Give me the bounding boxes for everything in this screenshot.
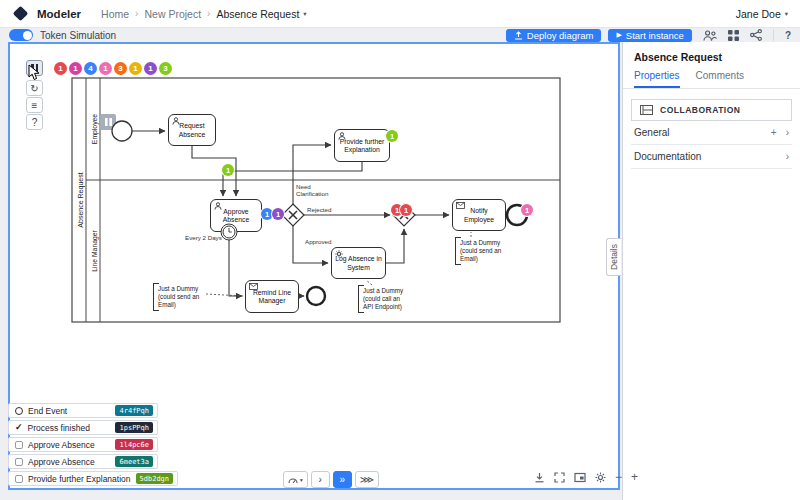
token-count-badge[interactable]: 1 <box>69 62 82 75</box>
properties-row-documentation[interactable]: Documentation › <box>631 145 792 169</box>
help-icon: ? <box>32 117 38 128</box>
sim-log-entry[interactable]: Approve Absence 1l4pc6e <box>8 437 158 452</box>
collaboration-section-header[interactable]: COLLABORATION <box>631 99 792 121</box>
sim-log-label: Provide further Explanation <box>28 474 131 484</box>
speed-fast-button[interactable]: ⋙ <box>355 471 379 488</box>
minimap-icon[interactable] <box>574 472 586 483</box>
send-task-mail-icon <box>456 202 465 209</box>
mouse-cursor <box>28 64 42 81</box>
sim-log-id-chip: 4r4fPqh <box>115 405 153 416</box>
add-icon[interactable]: + <box>771 127 777 138</box>
breadcrumb-separator: › <box>135 8 138 19</box>
annotation-log-note[interactable]: Just a Dummy (could call an API Endpoint… <box>358 285 411 313</box>
task-provide-further-explanation[interactable]: Provide further Explanation <box>334 129 390 162</box>
token-badge: 1 <box>400 204 412 216</box>
chevron-right-icon[interactable]: › <box>786 127 789 138</box>
annotation-remind-note[interactable]: Just a Dummy (could send an Email) <box>153 283 206 311</box>
token-count-badge[interactable]: 3 <box>114 62 127 75</box>
service-task-gear-icon <box>335 250 343 258</box>
token-simulation-toggle[interactable] <box>9 29 33 41</box>
properties-row-general[interactable]: General + › <box>631 121 792 145</box>
speed-menu-button[interactable]: ▾ <box>283 471 308 488</box>
details-tab-label: Details <box>609 244 619 270</box>
token-count-badge[interactable]: 1 <box>99 62 112 75</box>
sim-log-label: Process finished <box>28 423 90 433</box>
play-icon: ▶ <box>616 31 621 39</box>
end-event-icon <box>15 407 23 415</box>
sim-log-entry[interactable]: Provide further Explanation 5db2dgn <box>8 471 178 486</box>
task-remind-line-manager[interactable]: Remind Line Manager <box>245 280 299 313</box>
task-approve-absence[interactable]: Approve Absence <box>210 199 262 232</box>
speed-normal-button[interactable]: » <box>333 471 352 488</box>
tab-properties[interactable]: Properties <box>634 68 680 88</box>
task-label: Approve Absence <box>213 208 259 225</box>
task-log-absence-in-system[interactable]: Log Absence in System <box>331 247 386 279</box>
reset-simulation-button[interactable]: ↻ <box>26 80 43 96</box>
user-task-icon <box>172 117 180 125</box>
token-badge: 1 <box>386 130 398 142</box>
task-request-absence[interactable]: Request Absence <box>168 114 216 146</box>
simulation-help-button[interactable]: ? <box>26 114 43 130</box>
tab-comments[interactable]: Comments <box>696 68 744 88</box>
app-window: Modeler Home › New Project › Absence Req… <box>0 0 800 500</box>
settings-gear-icon[interactable] <box>595 472 606 483</box>
user-task-icon <box>214 202 222 210</box>
collaborators-icon[interactable] <box>703 30 717 41</box>
breadcrumb-project[interactable]: New Project <box>144 8 201 20</box>
token-simulation-label: Token Simulation <box>40 30 116 41</box>
user-menu[interactable]: Jane Doe ▾ <box>736 8 788 20</box>
zoom-out-button[interactable]: − <box>615 471 622 483</box>
documentation-label: Documentation <box>634 151 701 162</box>
share-icon[interactable] <box>750 29 762 41</box>
breadcrumb-home[interactable]: Home <box>101 8 129 20</box>
sim-log-entry[interactable]: ✓ Process finished 1psPPqh <box>8 420 158 435</box>
checkbox-icon[interactable] <box>15 475 23 483</box>
token-badge: 1 <box>222 164 234 176</box>
start-instance-button[interactable]: ▶ Start instance <box>608 29 691 42</box>
task-label: Provide further Explanation <box>337 138 387 155</box>
properties-panel: Absence Request Properties Comments COLL… <box>622 42 800 500</box>
token-count-badge[interactable]: 1 <box>54 62 67 75</box>
task-label: Notify Employee <box>455 207 503 224</box>
help-icon[interactable]: ? <box>785 30 791 41</box>
send-task-mail-icon <box>249 283 258 290</box>
sim-log-id-chip: 5db2dgn <box>136 473 174 484</box>
token-count-badge[interactable]: 1 <box>129 62 142 75</box>
token-count-badge[interactable]: 3 <box>159 62 172 75</box>
token-count-badge[interactable]: 4 <box>84 62 97 75</box>
app-name: Modeler <box>37 8 81 20</box>
zoom-in-button[interactable]: + <box>631 471 638 483</box>
reset-icon: ↻ <box>30 83 38 94</box>
panel-tabs: Properties Comments <box>623 68 800 89</box>
general-label: General <box>634 127 670 138</box>
details-tab[interactable]: Details <box>606 238 621 276</box>
sim-log-label: Approve Absence <box>28 457 95 467</box>
download-icon[interactable] <box>534 472 545 483</box>
sim-log-entry[interactable]: Approve Absence 6meet3a <box>8 454 158 469</box>
start-label: Start instance <box>626 30 684 41</box>
chevron-down-icon[interactable]: ▾ <box>303 10 306 18</box>
speed-slow-button[interactable]: › <box>311 471 330 488</box>
token-badge: 1 <box>521 204 533 216</box>
annotation-notify-note[interactable]: Just a Dummy (could send an Email) <box>455 237 506 265</box>
breadcrumb-separator: › <box>207 8 210 19</box>
sim-log-id-chip: 1l4pc6e <box>115 439 153 450</box>
sim-log-entry[interactable]: End Event 4r4fPqh <box>8 403 158 418</box>
sim-log-id-chip: 1psPPqh <box>115 422 153 433</box>
checkbox-icon[interactable] <box>15 458 23 466</box>
app-logo-icon[interactable] <box>13 6 29 22</box>
user-name: Jane Doe <box>736 8 781 20</box>
task-notify-employee[interactable]: Notify Employee <box>452 199 506 231</box>
token-count-badge[interactable]: 1 <box>144 62 157 75</box>
token-badge: 1 <box>272 208 284 220</box>
simulation-log-button[interactable]: ≡ <box>26 97 43 113</box>
breadcrumb-diagram[interactable]: Absence Request <box>216 8 299 20</box>
chevron-right-icon[interactable]: › <box>786 151 789 162</box>
top-header: Modeler Home › New Project › Absence Req… <box>0 0 800 28</box>
checkbox-icon[interactable] <box>15 441 23 449</box>
apps-icon[interactable] <box>728 30 739 41</box>
collaboration-icon <box>640 105 653 115</box>
chevron-down-icon: ▾ <box>785 10 788 18</box>
deploy-diagram-button[interactable]: Deploy diagram <box>506 29 602 42</box>
fit-viewport-icon[interactable] <box>554 472 565 483</box>
